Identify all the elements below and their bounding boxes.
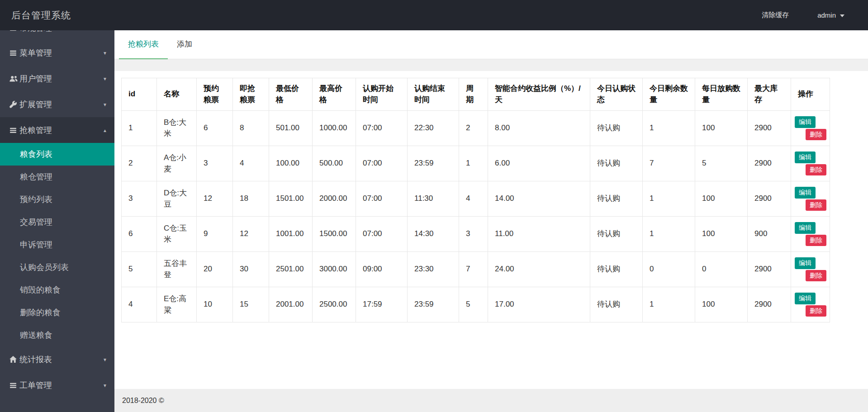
wrench-icon [9,101,19,108]
table-cell: 501.00 [269,111,313,146]
chevron-down-icon: ▼ [103,383,107,388]
top-nav: 清除缓存 admin [760,11,868,19]
table-row: 1B仓:大米68501.001000.0007:0022:3028.00待认购1… [122,111,830,146]
table-row: 6C仓:玉米9121001.001500.0007:0014:30311.00待… [122,217,830,252]
tab-grab-grain-list[interactable]: 抢粮列表 [119,30,168,59]
table-cell: 11.00 [488,217,590,252]
user-menu[interactable]: admin [816,11,846,19]
sidebar-item-label: 扩展管理 [19,99,52,110]
table-cell: 17.00 [488,287,590,322]
table-cell: 07:00 [356,146,408,181]
table-cell: 30 [233,252,269,287]
table-cell: 10 [197,287,233,322]
column-header: id [122,78,157,111]
sidebar-subitem-2[interactable]: 预约列表 [0,188,114,211]
table-cell: 17:59 [356,287,408,322]
table-cell: 2900 [748,111,791,146]
home-icon [9,356,19,363]
delete-button[interactable]: 删除 [806,129,826,141]
sidebar-menu: 常规管理▼菜单管理▼用户管理▼扩展管理▼抢粮管理▲粮食列表粮仓管理预约列表交易管… [0,0,114,398]
edit-button[interactable]: 编辑 [795,116,816,128]
column-header: 名称 [157,78,197,111]
chevron-up-icon: ▲ [103,128,107,133]
chevron-down-icon [840,14,844,17]
column-header: 最低价格 [269,78,313,111]
sidebar-subitem-5[interactable]: 认购会员列表 [0,256,114,279]
table-cell: 3000.00 [313,252,356,287]
column-header: 最高价格 [313,78,356,111]
table-cell: 五谷丰登 [157,252,197,287]
username: admin [817,11,836,19]
column-header: 每日放购数量 [695,78,748,111]
menu-icon [9,50,19,56]
edit-button[interactable]: 编辑 [795,152,816,163]
sidebar-subitem-3[interactable]: 交易管理 [0,211,114,233]
table-cell: 4 [122,287,157,322]
table-cell: 100.00 [269,146,313,181]
menu-icon [9,127,19,133]
sidebar-subitem-7[interactable]: 删除的粮食 [0,301,114,324]
table-cell: 2900 [748,287,791,322]
table-cell: 0 [643,252,695,287]
delete-button[interactable]: 删除 [806,164,826,176]
table-cell: 4 [233,146,269,181]
table-cell: 6 [122,217,157,252]
table-cell: 7 [643,146,695,181]
tab-add[interactable]: 添加 [168,30,201,59]
table-cell: 12 [197,181,233,217]
column-header: 预约粮票 [197,78,233,111]
sidebar-item-label: 统计报表 [19,354,52,365]
sidebar-subitem-0[interactable]: 粮食列表 [0,143,114,166]
sidebar-item-label: 工单管理 [19,380,52,391]
edit-button[interactable]: 编辑 [795,293,816,304]
sidebar-subitem-4[interactable]: 申诉管理 [0,233,114,256]
table-cell: 待认购 [590,181,643,217]
chevron-down-icon: ▼ [103,357,107,362]
table-cell: 1 [459,146,488,181]
sidebar-subitem-6[interactable]: 销毁的粮食 [0,279,114,301]
sidebar-item-workorder[interactable]: 工单管理▼ [0,372,114,398]
content-card: id名称预约粮票即抢粮票最低价格最高价格认购开始时间认购结束时间周期智能合约收益… [114,71,868,329]
sidebar-item-stats[interactable]: 统计报表▼ [0,346,114,372]
table-cell: 8.00 [488,111,590,146]
column-header: 认购开始时间 [356,78,408,111]
sidebar-submenu: 粮食列表粮仓管理预约列表交易管理申诉管理认购会员列表销毁的粮食删除的粮食赠送粮食 [0,143,114,346]
edit-button[interactable]: 编辑 [795,187,816,199]
table-header-row: id名称预约粮票即抢粮票最低价格最高价格认购开始时间认购结束时间周期智能合约收益… [122,78,830,111]
clear-cache-button[interactable]: 清除缓存 [760,11,791,19]
delete-button[interactable]: 删除 [806,305,826,317]
table-cell: 3 [122,181,157,217]
delete-button[interactable]: 删除 [806,235,826,246]
delete-button[interactable]: 删除 [806,199,826,211]
table-cell: 2900 [748,181,791,217]
sidebar-item-label: 用户管理 [19,73,52,84]
table-cell: B仓:大米 [157,111,197,146]
column-header: 智能合约收益比例（%）/天 [488,78,590,111]
actions-cell: 编辑删除 [791,111,830,146]
sidebar-item-grain[interactable]: 抢粮管理▲ [0,117,114,143]
table-cell: 2001.00 [269,287,313,322]
actions-cell: 编辑删除 [791,181,830,217]
grain-table: id名称预约粮票即抢粮票最低价格最高价格认购开始时间认购结束时间周期智能合约收益… [121,78,830,322]
sidebar-item-extend[interactable]: 扩展管理▼ [0,91,114,117]
table-cell: 100 [695,287,748,322]
table-cell: 100 [695,181,748,217]
table-cell: E仓:高粱 [157,287,197,322]
table-cell: 2900 [748,146,791,181]
table-cell: 1 [643,181,695,217]
sidebar-item-users[interactable]: 用户管理▼ [0,66,114,91]
edit-button[interactable]: 编辑 [795,257,816,269]
sidebar-item-menus[interactable]: 菜单管理▼ [0,40,114,66]
sidebar-item-label: 抢粮管理 [19,125,52,136]
table-cell: 3 [459,217,488,252]
sidebar-subitem-8[interactable]: 赠送粮食 [0,324,114,346]
edit-button[interactable]: 编辑 [795,222,816,234]
sidebar-subitem-1[interactable]: 粮仓管理 [0,166,114,188]
table-cell: A仓:小麦 [157,146,197,181]
table-cell: 22:30 [408,111,459,146]
actions-cell: 编辑删除 [791,217,830,252]
delete-button[interactable]: 删除 [806,270,826,282]
table-cell: 23:59 [408,287,459,322]
column-header: 即抢粮票 [233,78,269,111]
top-header: 后台管理系统 清除缓存 admin [0,0,868,30]
